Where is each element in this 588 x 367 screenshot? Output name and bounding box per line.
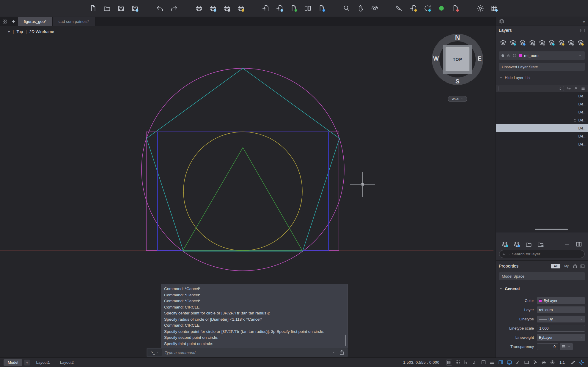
property-value-linetype-scale[interactable]: 1.000 bbox=[537, 325, 585, 332]
search-filter-chevron-icon[interactable] bbox=[508, 253, 510, 255]
insert-block-icon[interactable] bbox=[262, 4, 270, 12]
polar-tracking-icon[interactable] bbox=[472, 360, 478, 366]
transparency-value-input[interactable]: 0 bbox=[537, 343, 558, 350]
reload-references-icon[interactable] bbox=[424, 4, 431, 12]
pentagon-cyan[interactable] bbox=[147, 68, 339, 251]
layer-thaw-icon[interactable] bbox=[529, 39, 536, 46]
snap-mode-icon[interactable] bbox=[455, 360, 461, 366]
panel-overflow-button[interactable]: » bbox=[583, 19, 585, 24]
triangle-green[interactable] bbox=[183, 148, 302, 251]
annotation-scale-selector[interactable]: 1:1 bbox=[559, 360, 566, 365]
layer-lock-icon[interactable] bbox=[558, 39, 565, 46]
layer-state-dropdown[interactable]: Unsaved Layer State bbox=[499, 63, 585, 71]
layer-search-box[interactable]: Search for layer bbox=[499, 250, 585, 258]
orbit-icon[interactable] bbox=[371, 4, 378, 12]
tool-settings-icon[interactable] bbox=[477, 4, 484, 12]
command-input[interactable]: Type a command bbox=[165, 350, 332, 355]
quick-plot-icon[interactable] bbox=[209, 4, 217, 12]
property-value-lineweight[interactable]: ByLayer bbox=[537, 334, 585, 341]
layout-tab-layout1[interactable]: Layout1 bbox=[32, 359, 54, 366]
remove-layer-icon[interactable] bbox=[564, 241, 570, 248]
golden-rectangle-magenta[interactable] bbox=[146, 132, 339, 251]
new-property-filter-icon[interactable] bbox=[537, 241, 544, 248]
drawing-tab[interactable]: figuras_geo* bbox=[18, 17, 53, 26]
command-prompt[interactable]: >_ bbox=[147, 349, 162, 356]
new-file-icon[interactable] bbox=[89, 4, 97, 12]
import-layout-icon[interactable] bbox=[410, 4, 417, 12]
match-properties-icon[interactable] bbox=[396, 4, 403, 12]
plot-preview-icon[interactable] bbox=[223, 4, 231, 12]
layer-row[interactable]: De... bbox=[496, 140, 588, 148]
layer-sort-dropdown[interactable] bbox=[499, 86, 564, 91]
layout-tab-layout2[interactable]: Layout2 bbox=[56, 359, 78, 366]
layer-row[interactable]: De... bbox=[496, 116, 588, 124]
pan-icon[interactable] bbox=[357, 4, 364, 12]
panel-dock-icon[interactable] bbox=[580, 264, 585, 269]
property-value-color[interactable]: ByLayer bbox=[537, 297, 585, 304]
view-cube-top-face[interactable]: TOP bbox=[446, 48, 469, 71]
layer-row[interactable]: De... bbox=[496, 132, 588, 140]
general-section-header[interactable]: General bbox=[499, 285, 520, 292]
panel-dock-icon[interactable] bbox=[580, 28, 585, 33]
redo-icon[interactable] bbox=[170, 4, 178, 12]
layer-new-icon[interactable] bbox=[510, 39, 516, 46]
header-menu-icon[interactable] bbox=[581, 86, 585, 91]
command-history-scrollbar[interactable] bbox=[345, 335, 346, 346]
geographic-location-icon[interactable] bbox=[438, 4, 445, 12]
layer-freeze-icon[interactable] bbox=[519, 39, 526, 46]
transparency-picker-button[interactable] bbox=[560, 343, 573, 350]
layer-row[interactable]: De... bbox=[496, 124, 588, 132]
status-settings-icon[interactable] bbox=[578, 360, 584, 366]
layer-freeze-all-icon[interactable] bbox=[548, 39, 555, 46]
new-layer-icon[interactable] bbox=[501, 241, 508, 248]
layer-properties-icon[interactable] bbox=[500, 39, 507, 46]
wcs-selector[interactable]: WCS bbox=[448, 96, 467, 102]
etransmit-icon[interactable] bbox=[318, 4, 326, 12]
viewport-visual-style-button[interactable]: 2D Wireframe bbox=[29, 29, 54, 34]
add-layout-button[interactable]: + bbox=[24, 360, 30, 366]
attach-image-icon[interactable] bbox=[290, 4, 298, 12]
undo-icon[interactable] bbox=[156, 4, 164, 12]
annotation-auto-scale-icon[interactable] bbox=[570, 360, 576, 366]
command-share-icon[interactable] bbox=[339, 349, 345, 355]
inscribed-circle-yellow[interactable] bbox=[183, 132, 302, 251]
layer-list-horizontal-scrollbar[interactable] bbox=[535, 229, 568, 230]
current-layer-selector[interactable]: ret_ouro bbox=[499, 51, 585, 60]
markup-import-icon[interactable] bbox=[452, 4, 459, 12]
command-history-chevron[interactable] bbox=[332, 351, 335, 354]
isolate-objects-icon[interactable] bbox=[498, 360, 504, 366]
header-lock-icon[interactable] bbox=[574, 86, 578, 91]
space-selector[interactable]: Model Space bbox=[499, 272, 585, 280]
layers-panel-icon[interactable] bbox=[499, 18, 504, 24]
dynamic-input-icon[interactable] bbox=[515, 360, 521, 366]
new-drawing-tab-button[interactable] bbox=[9, 17, 18, 26]
dwg-compare-icon[interactable] bbox=[304, 4, 312, 12]
list-columns-icon[interactable] bbox=[576, 241, 582, 248]
hide-layer-list-toggle[interactable]: Hide Layer List bbox=[499, 74, 531, 81]
ortho-mode-icon[interactable] bbox=[463, 360, 469, 366]
clean-screen-icon[interactable] bbox=[507, 360, 512, 366]
layout-tab-model[interactable]: Model bbox=[4, 359, 22, 366]
new-group-filter-icon[interactable] bbox=[525, 241, 532, 248]
plot-icon[interactable] bbox=[195, 4, 203, 12]
3d-object-snap-icon[interactable] bbox=[541, 360, 547, 366]
external-reference-icon[interactable] bbox=[276, 4, 284, 12]
layer-unlock-icon[interactable] bbox=[567, 39, 574, 46]
layer-lock-icon[interactable] bbox=[506, 53, 510, 58]
property-value-linetype[interactable]: By... bbox=[537, 316, 585, 322]
current-layer-color-swatch[interactable] bbox=[519, 54, 522, 57]
viewport-view-button[interactable]: Top bbox=[16, 29, 23, 34]
grid-display-icon[interactable] bbox=[446, 360, 452, 366]
quick-select-icon[interactable] bbox=[573, 264, 578, 269]
view-cube[interactable]: N S W E TOP bbox=[432, 34, 483, 85]
viewport-grid-settings-icon[interactable] bbox=[490, 4, 498, 12]
file-tabs-overview-icon[interactable] bbox=[0, 17, 9, 26]
layer-row[interactable]: De... bbox=[496, 108, 588, 116]
property-value-layer[interactable]: ret_ouro bbox=[537, 306, 585, 313]
new-layer-frozen-icon[interactable] bbox=[513, 241, 520, 248]
quick-view-layouts-icon[interactable] bbox=[524, 360, 530, 366]
drawing-tab[interactable]: cad com paineis* bbox=[53, 17, 95, 26]
header-visibility-icon[interactable] bbox=[567, 86, 571, 91]
compass-south-label[interactable]: S bbox=[432, 78, 483, 85]
layer-states-icon[interactable] bbox=[577, 39, 584, 46]
